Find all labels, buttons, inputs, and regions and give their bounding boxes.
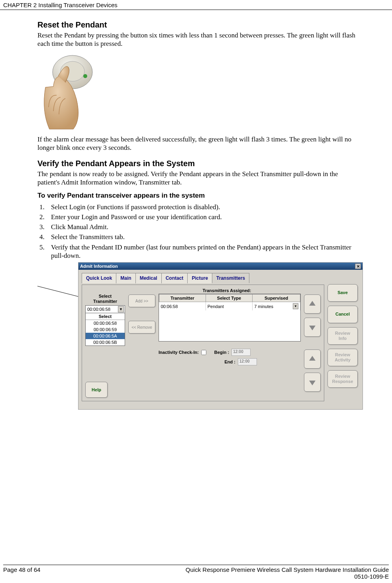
dropdown-option[interactable]: 00:00:06:5B [86,339,125,345]
select-transmitter-dropdown[interactable]: 00:00:06:58 ▼ [85,305,125,313]
inactivity-fields: Inactivity Check-In: Begin : 12:00 End :… [159,349,301,365]
close-icon[interactable]: ✕ [355,263,361,269]
add-remove-column: Add >> << Remove [128,294,155,334]
add-button[interactable]: Add >> [128,294,155,307]
window-title: Admit Information [80,264,118,269]
reset-pendant-para-1: Reset the Pendant by pressing the button… [37,31,360,48]
cell-supervised: 7 minutes ▼ [253,302,300,311]
remove-button[interactable]: << Remove [128,321,155,334]
step-3: Click Manual Admit. [46,223,360,231]
window-title-bar: Admit Information ✕ [78,263,363,270]
move-buttons-column-2 [304,349,321,392]
cell-type: Pendant [206,302,252,311]
table-row[interactable]: 00:06:58 Pendant 7 minutes ▼ [159,302,300,311]
chevron-down-icon[interactable]: ▼ [293,303,298,309]
move-buttons-column [304,294,321,342]
begin-label: Begin : [214,350,229,355]
dropdown-list[interactable]: Select 00:00:06:58 00:00:06:59 00:00:06:… [85,313,125,346]
dropdown-option[interactable]: 00:00:06:58 [86,320,125,326]
window-body: Quick Look Main Medical Contact Picture … [78,270,363,409]
chevron-down-icon[interactable]: ▼ [118,306,124,312]
transmitters-assigned-label: Transmitters Assigned: [133,288,321,293]
review-response-button[interactable]: ReviewResponse [327,370,358,388]
tab-medical[interactable]: Medical [135,273,162,283]
right-button-panel: Save Cancel ReviewInfo ReviewActivity Re… [327,273,359,401]
step-2: Enter your Login and Password or use you… [46,213,360,221]
inactivity-label: Inactivity Check-In: [159,350,199,355]
end-label: End : [225,359,236,364]
move-up-button[interactable] [304,349,321,369]
save-button[interactable]: Save [327,284,358,302]
screenshot-container: Admit Information ✕ Quick Look Main Medi… [37,262,360,410]
procedure-list: Select Login (or Functions if password p… [46,203,360,260]
review-activity-button[interactable]: ReviewActivity [327,349,358,366]
move-up-button[interactable] [304,294,321,314]
reset-pendant-heading: Reset the Pendant [37,20,360,29]
tab-picture[interactable]: Picture [187,273,212,283]
tab-main[interactable]: Main [116,273,135,283]
dropdown-option[interactable]: 00:00:06:59 [86,326,125,333]
svg-line-3 [37,286,78,296]
move-down-button[interactable] [304,318,321,337]
tab-contact[interactable]: Contact [161,273,188,283]
step-1: Select Login (or Functions if password p… [46,203,360,211]
pendant-hand-illustration [37,51,101,131]
verify-pendant-heading: Verify the Pendant Appears in the System [37,159,360,168]
page-header: CHAPTER 2 Installing Transceiver Devices [0,0,392,10]
dropdown-option-selected[interactable]: 00:00:06:5A [86,333,125,339]
admit-information-window: Admit Information ✕ Quick Look Main Medi… [78,262,363,410]
main-panel: Quick Look Main Medical Contact Picture … [82,273,324,401]
begin-time-input[interactable]: 12:00 [231,349,251,356]
dropdown-value: 00:00:06:58 [87,307,110,312]
select-transmitter-column: SelectTransmitter 00:00:06:58 ▼ Select 0… [85,294,125,398]
col-select-type: Select Type [206,294,252,302]
main-content: Reset the Pendant Reset the Pendant by p… [0,10,392,410]
cell-transmitter: 00:06:58 [159,302,206,311]
transmitter-row: SelectTransmitter 00:00:06:58 ▼ Select 0… [85,294,321,398]
page-number: Page 48 of 64 [3,566,40,580]
col-transmitter: Transmitter [159,294,206,302]
footer-right: Quick Response Premiere Wireless Call Sy… [186,566,389,580]
tab-quick-look[interactable]: Quick Look [82,273,116,283]
move-down-button[interactable] [304,373,321,392]
end-time-input[interactable]: 12:00 [238,358,257,365]
review-info-button[interactable]: ReviewInfo [327,327,358,345]
step-4: Select the Transmitters tab. [46,233,360,241]
reset-pendant-para-2: If the alarm clear message has been deli… [37,135,360,152]
inactivity-checkbox[interactable] [201,350,206,355]
dropdown-header: Select [86,313,125,320]
tabs: Quick Look Main Medical Contact Picture … [82,273,324,283]
step-5: Verify that the Pendant ID number (last … [46,243,360,260]
callout-arrow [37,285,79,297]
tab-content: Transmitters Assigned: SelectTransmitter… [82,285,324,401]
svg-point-2 [83,74,87,78]
col-supervised: Supervised [253,294,300,302]
verify-pendant-para: The pendant is now ready to be assigned.… [37,170,360,187]
page-footer: Page 48 of 64 Quick Response Premiere Wi… [3,565,389,580]
tab-transmitters[interactable]: Transmitters [212,273,249,283]
cancel-button[interactable]: Cancel [327,306,358,323]
procedure-heading: To verify Pendant transceiver appears in… [37,192,360,200]
transmitters-table: Transmitter Select Type Supervised 00:06… [159,294,301,342]
select-transmitter-label: SelectTransmitter [85,294,125,304]
help-button[interactable]: Help [85,382,108,398]
